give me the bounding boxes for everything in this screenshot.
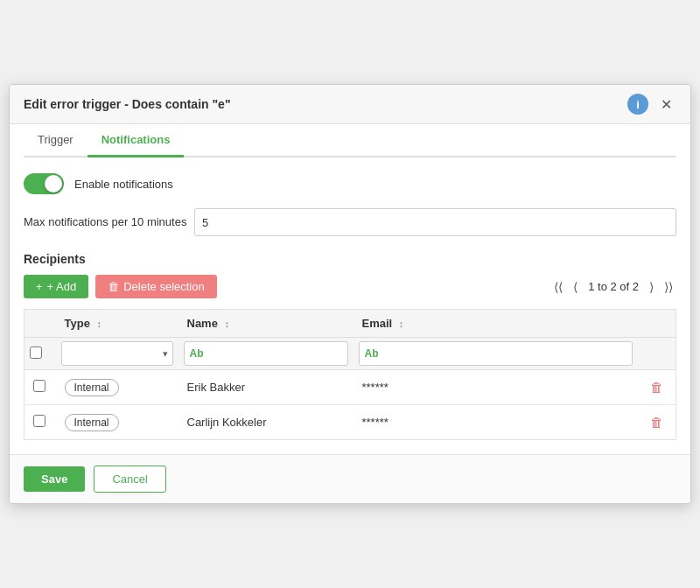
delete-label: Delete selection bbox=[123, 280, 205, 293]
filter-action-cell bbox=[638, 338, 676, 370]
tab-trigger[interactable]: Trigger bbox=[24, 124, 88, 158]
delete-selection-button[interactable]: 🗑 Delete selection bbox=[95, 275, 217, 298]
row1-type-badge: Internal bbox=[65, 379, 119, 396]
plus-icon: + bbox=[36, 280, 43, 293]
title-prefix: Edit error trigger - Does contain bbox=[24, 97, 212, 111]
sort-type-icon: ↕ bbox=[97, 318, 102, 329]
header-email[interactable]: Email ↕ bbox=[354, 310, 639, 338]
recipients-toolbar: + + Add 🗑 Delete selection ⟨⟨ ⟨ 1 to 2 o… bbox=[24, 275, 676, 298]
sort-name-icon: ↕ bbox=[225, 318, 230, 329]
row2-checkbox[interactable] bbox=[33, 415, 46, 427]
row2-name-cell: Carlijn Kokkeler bbox=[178, 405, 354, 440]
name-filter-input[interactable] bbox=[206, 347, 342, 360]
title-value: "e" bbox=[212, 97, 230, 111]
last-page-button[interactable]: ⟩⟩ bbox=[661, 278, 676, 296]
sort-email-icon: ↕ bbox=[399, 318, 404, 329]
row2-email-cell: ****** bbox=[354, 405, 639, 440]
recipients-table: Type ↕ Name ↕ Email ↕ bbox=[24, 309, 676, 440]
row1-delete-button[interactable]: 🗑 bbox=[647, 378, 667, 396]
next-page-button[interactable]: ⟩ bbox=[646, 278, 657, 296]
page-range: 1 to 2 of 2 bbox=[588, 280, 639, 293]
enable-notifications-toggle[interactable] bbox=[24, 173, 64, 194]
pagination: ⟨⟨ ⟨ 1 to 2 of 2 ⟩ ⟩⟩ bbox=[550, 278, 676, 296]
table-body: Internal Erik Bakker ****** 🗑 Internal bbox=[24, 370, 676, 440]
max-notifications-input[interactable] bbox=[194, 208, 676, 236]
table-row: Internal Erik Bakker ****** 🗑 bbox=[24, 370, 676, 405]
recipients-title: Recipients bbox=[24, 252, 676, 266]
row1-checkbox[interactable] bbox=[33, 380, 46, 392]
max-notifications-row: Max notifications per 10 minutes bbox=[24, 208, 676, 236]
dialog-body: Trigger Notifications Enable notificatio… bbox=[10, 124, 690, 454]
edit-trigger-dialog: Edit error trigger - Does contain "e" i … bbox=[9, 84, 691, 504]
filter-row: Internal Ab Ab bbox=[24, 338, 676, 370]
tabs-bar: Trigger Notifications bbox=[24, 124, 676, 158]
info-button[interactable]: i bbox=[627, 94, 648, 115]
enable-notifications-label: Enable notifications bbox=[74, 178, 173, 191]
dialog-header: Edit error trigger - Does contain "e" i … bbox=[10, 85, 690, 124]
table-row: Internal Carlijn Kokkeler ****** 🗑 bbox=[24, 405, 676, 440]
type-filter-select[interactable]: Internal bbox=[61, 341, 173, 366]
filter-type-cell: Internal bbox=[56, 338, 178, 370]
prev-page-button[interactable]: ⟨ bbox=[570, 278, 581, 296]
max-notifications-label: Max notifications per 10 minutes bbox=[24, 214, 194, 230]
email-filter-icon: Ab bbox=[365, 347, 379, 360]
cancel-button[interactable]: Cancel bbox=[94, 466, 165, 493]
select-all-checkbox[interactable] bbox=[30, 346, 42, 359]
save-button[interactable]: Save bbox=[24, 466, 85, 492]
header-checkbox-col bbox=[24, 310, 56, 338]
first-page-button[interactable]: ⟨⟨ bbox=[550, 278, 566, 296]
row1-action-cell: 🗑 bbox=[638, 370, 676, 405]
header-type[interactable]: Type ↕ bbox=[56, 310, 178, 338]
email-filter-input[interactable] bbox=[382, 347, 627, 360]
dialog-title: Edit error trigger - Does contain "e" bbox=[24, 97, 231, 111]
row2-type-cell: Internal bbox=[56, 405, 178, 440]
header-name[interactable]: Name ↕ bbox=[178, 310, 354, 338]
row2-delete-button[interactable]: 🗑 bbox=[647, 413, 667, 431]
row1-type-cell: Internal bbox=[56, 370, 178, 405]
dialog-footer: Save Cancel bbox=[10, 454, 690, 503]
name-filter-icon: Ab bbox=[190, 347, 204, 360]
row2-action-cell: 🗑 bbox=[638, 405, 676, 440]
close-button[interactable]: ✕ bbox=[655, 94, 676, 115]
filter-check-cell bbox=[24, 338, 56, 370]
filter-email-cell: Ab bbox=[354, 338, 639, 370]
add-button[interactable]: + + Add bbox=[24, 275, 88, 298]
row1-name-cell: Erik Bakker bbox=[178, 370, 354, 405]
toolbar-left: + + Add 🗑 Delete selection bbox=[24, 275, 217, 298]
row2-type-badge: Internal bbox=[65, 414, 119, 431]
tab-notifications[interactable]: Notifications bbox=[88, 124, 185, 158]
table-header-row: Type ↕ Name ↕ Email ↕ bbox=[24, 310, 676, 338]
row1-email-cell: ****** bbox=[354, 370, 639, 405]
delete-icon: 🗑 bbox=[108, 280, 119, 293]
header-actions-col bbox=[638, 310, 676, 338]
row2-check-cell bbox=[24, 405, 56, 440]
header-actions: i ✕ bbox=[627, 94, 676, 115]
row1-check-cell bbox=[24, 370, 56, 405]
enable-notifications-row: Enable notifications bbox=[24, 173, 676, 194]
add-label: + Add bbox=[47, 280, 77, 293]
filter-name-cell: Ab bbox=[178, 338, 354, 370]
